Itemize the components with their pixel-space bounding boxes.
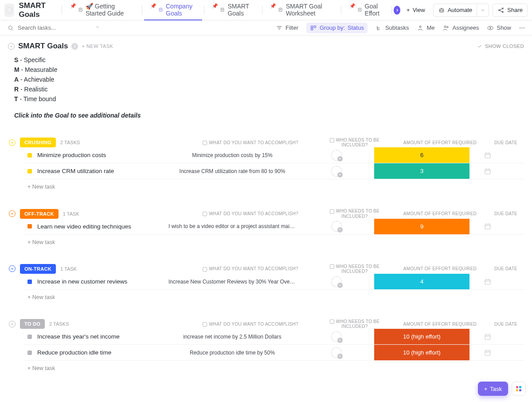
new-task-top[interactable]: + NEW TASK: [82, 43, 113, 49]
collapse-all-icon[interactable]: [8, 43, 15, 50]
show-closed-button[interactable]: SHOW CLOSED: [477, 43, 524, 49]
me-button[interactable]: Me: [417, 24, 434, 32]
tab-smart-goal-worksheet[interactable]: 📌SMART Goal Worksheet: [264, 0, 339, 20]
task-effort[interactable]: 6: [374, 147, 469, 163]
task-assignee[interactable]: [299, 276, 374, 287]
robot-icon: [438, 7, 445, 14]
search-expand[interactable]: [95, 24, 100, 31]
group-to do: TO DO2 TASKSWHAT DO YOU WANT TO ACCOMPLI…: [8, 319, 524, 371]
task-effort[interactable]: 9: [374, 219, 469, 234]
task-row[interactable]: Minimize production costsMinimize produc…: [23, 147, 524, 163]
task-assignee[interactable]: [299, 221, 374, 232]
task-due[interactable]: [469, 151, 506, 159]
add-view-label: View: [413, 7, 425, 13]
plus-icon: +: [484, 386, 488, 392]
group-collapse[interactable]: [9, 265, 16, 272]
task-due[interactable]: [469, 349, 506, 357]
task-title: Increase CRM utilization rate: [37, 168, 166, 174]
add-assignee-icon: [331, 166, 342, 177]
task-due[interactable]: [469, 222, 506, 230]
tab--getting-started-guide[interactable]: 📌🚀 Getting Started Guide: [64, 0, 141, 20]
tab-company-goals[interactable]: 📌Company Goals: [144, 0, 202, 20]
new-task-fab[interactable]: + Task: [478, 382, 508, 396]
task-effort[interactable]: 10 (high effort): [374, 329, 469, 344]
filter-button[interactable]: Filter: [276, 24, 298, 32]
group-collapse[interactable]: [9, 210, 16, 217]
fab-label: Task: [490, 386, 502, 392]
task-title: Reduce production idle time: [37, 349, 166, 356]
pin-icon: 📌: [349, 3, 356, 9]
new-task-row[interactable]: + New task: [27, 361, 524, 371]
status-square[interactable]: [27, 280, 32, 284]
task-row[interactable]: Increase CRM utilization rateIncrease CR…: [23, 163, 524, 179]
col-accomplish: WHAT DO YOU WANT TO ACCOMPLISH?: [184, 266, 317, 271]
task-due[interactable]: [469, 278, 506, 286]
search-wrap: [7, 24, 100, 32]
task-row[interactable]: Reduce production idle timeReduce produc…: [23, 345, 524, 361]
search-input[interactable]: [18, 24, 80, 31]
apps-fab[interactable]: [512, 382, 526, 396]
task-assignee[interactable]: [299, 331, 374, 342]
task-row[interactable]: Learn new video editing techniquesI wish…: [23, 219, 524, 235]
status-square[interactable]: [27, 351, 32, 355]
task-due[interactable]: [469, 333, 506, 341]
tab-smart-goals[interactable]: 📌SMART Goals: [206, 0, 260, 20]
doc-check-icon: [220, 6, 225, 13]
svg-rect-30: [311, 26, 313, 28]
subtasks-button[interactable]: Subtasks: [376, 24, 409, 32]
more-options[interactable]: ⋯: [519, 24, 525, 31]
svg-rect-56: [485, 335, 490, 339]
new-task-row[interactable]: + New task: [27, 235, 524, 245]
task-title: Increase in new customer reviews: [37, 278, 166, 285]
group-collapse[interactable]: [9, 321, 16, 327]
assignees-button[interactable]: Assignees: [442, 24, 479, 32]
status-pill[interactable]: CRUSHING: [20, 138, 56, 147]
automate-dropdown[interactable]: [477, 4, 489, 17]
task-row[interactable]: Increase this year's net incomeincrease …: [23, 329, 524, 345]
task-assignee[interactable]: [299, 150, 374, 161]
status-square[interactable]: [27, 335, 32, 339]
new-task-row[interactable]: + New task: [27, 290, 524, 300]
task-due[interactable]: [469, 167, 506, 175]
status-square[interactable]: [27, 224, 32, 229]
share-icon: [497, 7, 505, 14]
automate-button[interactable]: Automate: [433, 4, 477, 17]
task-effort[interactable]: 3: [374, 163, 469, 179]
status-square[interactable]: [27, 153, 32, 158]
task-accomplish: Reduce production idle time by 50%: [166, 350, 299, 356]
task-count: 1 TASK: [63, 211, 79, 217]
divider: [204, 6, 204, 15]
status-pill[interactable]: ON-TRACK: [20, 264, 56, 274]
tab-goal-effort[interactable]: 📌Goal Effort: [343, 0, 390, 20]
svg-point-20: [499, 9, 500, 11]
task-assignee[interactable]: [299, 347, 374, 358]
status-square[interactable]: [27, 169, 32, 173]
show-button[interactable]: Show: [487, 24, 511, 32]
col-accomplish: WHAT DO YOU WANT TO ACCOMPLISH?: [184, 211, 317, 216]
status-pill[interactable]: TO DO: [20, 319, 45, 329]
col-due: DUE DATE: [488, 266, 524, 271]
new-task-row[interactable]: + New task: [27, 179, 524, 190]
share-button[interactable]: Share: [493, 4, 528, 17]
filter-icon: [276, 24, 283, 32]
svg-rect-10: [279, 8, 282, 12]
svg-point-39: [490, 27, 491, 28]
group-collapse[interactable]: [9, 139, 16, 146]
task-row[interactable]: Increase in new customer reviewsIncrease…: [23, 274, 524, 290]
task-effort[interactable]: 4: [374, 274, 469, 289]
more-tabs-button[interactable]: [394, 6, 400, 15]
list-icon: [158, 6, 163, 13]
info-icon[interactable]: i: [71, 43, 78, 50]
svg-point-18: [442, 10, 442, 11]
add-view-button[interactable]: + View: [402, 4, 430, 17]
task-effort[interactable]: 10 (high effort): [374, 345, 469, 360]
svg-line-26: [12, 29, 13, 30]
tab-label: SMART Goals: [227, 3, 254, 17]
filter-label: Filter: [286, 24, 298, 31]
status-pill[interactable]: OFF-TRACK: [20, 209, 59, 219]
add-assignee-icon: [331, 347, 342, 358]
content-area: SMART Goals i + NEW TASK SHOW CLOSED S -…: [0, 35, 532, 402]
col-who: WHO NEEDS TO BE INCLUDED?: [317, 319, 392, 329]
task-assignee[interactable]: [299, 166, 374, 177]
group-by-button[interactable]: Group by: Status: [306, 23, 368, 33]
